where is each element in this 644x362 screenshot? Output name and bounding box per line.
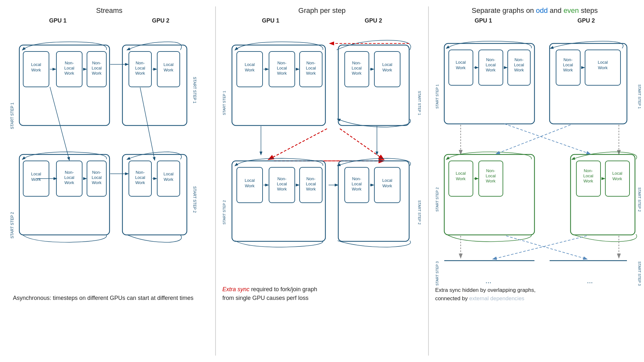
svg-text:Work: Work (598, 65, 608, 70)
streams-gpu-labels: GPU 1 GPU 2 (6, 17, 212, 24)
svg-rect-152 (571, 154, 635, 235)
svg-text:START STEP 1: START STEP 1 (638, 84, 641, 109)
svg-text:START STEP 2: START STEP 2 (638, 187, 641, 212)
svg-text:Work: Work (306, 71, 316, 76)
svg-text:Local: Local (163, 62, 173, 67)
svg-text:Work: Work (486, 179, 496, 183)
svg-text:Work: Work (514, 68, 524, 72)
svg-text:Work: Work (277, 71, 287, 76)
graph-title: Graph per step (219, 6, 425, 15)
separate-title: Separate graphs on odd and even steps (432, 6, 638, 15)
svg-text:Non-: Non- (277, 60, 286, 65)
svg-rect-118 (444, 43, 534, 124)
streams-diagram: START STEP 1 Local Work Non- Local Work … (6, 26, 212, 309)
svg-text:Work: Work (583, 179, 593, 183)
svg-text:Non-: Non- (92, 60, 101, 65)
even-label: even (563, 6, 579, 14)
svg-text:Local: Local (485, 173, 495, 178)
svg-rect-132 (550, 43, 627, 124)
svg-text:Work: Work (352, 71, 362, 76)
svg-text:Local: Local (135, 175, 145, 180)
svg-text:Non-: Non- (486, 57, 495, 62)
svg-text:Work: Work (31, 177, 41, 182)
svg-text:Local: Local (135, 66, 145, 70)
svg-text:Local: Local (64, 175, 74, 180)
svg-rect-143 (444, 154, 534, 235)
svg-text:Local: Local (31, 62, 41, 67)
svg-text:Local: Local (306, 181, 316, 186)
svg-text:START STEP 1: START STEP 1 (435, 84, 439, 109)
svg-text:Local: Local (163, 172, 173, 176)
svg-text:Local: Local (563, 62, 573, 67)
streams-gpu1-label: GPU 1 (49, 17, 67, 24)
svg-text:Local: Local (245, 178, 255, 183)
svg-text:Work: Work (456, 176, 466, 181)
svg-text:Work: Work (245, 68, 255, 72)
svg-text:Local: Local (382, 178, 392, 183)
svg-text:Work: Work (164, 68, 174, 72)
svg-text:Non-: Non- (584, 168, 593, 173)
svg-text:Local: Local (612, 171, 622, 176)
svg-line-164 (496, 125, 571, 154)
svg-text:Non-: Non- (352, 176, 361, 181)
svg-text:START STEP 2: START STEP 2 (10, 212, 14, 238)
graph-diagram: Local Work Non- Local Work Non- Local Wo… (219, 26, 425, 309)
separate-bottom-text: Extra sync hidden by overlapping graphs,… (435, 286, 536, 302)
svg-text:Local: Local (352, 181, 362, 186)
svg-rect-102 (338, 161, 409, 241)
graph-gpu-labels: GPU 1 GPU 2 (219, 17, 425, 24)
svg-text:START STEP 1: START STEP 1 (222, 91, 226, 115)
svg-text:START STEP 3: START STEP 3 (435, 261, 439, 286)
svg-text:Work: Work (31, 68, 41, 72)
separate-section: Separate graphs on odd and even steps GP… (429, 3, 641, 359)
svg-text:Work: Work (64, 180, 74, 185)
svg-text:Local: Local (306, 66, 316, 70)
svg-text:Non-: Non- (136, 170, 145, 175)
svg-text:START STEP 2: START STEP 2 (418, 200, 421, 225)
svg-text:Non-: Non- (65, 60, 74, 65)
svg-text:Non-: Non- (563, 57, 572, 62)
graph-gpu2-label: GPU 2 (365, 17, 382, 24)
svg-text:Non-: Non- (277, 176, 286, 181)
svg-text:Local: Local (277, 181, 287, 186)
svg-text:Work: Work (245, 183, 255, 188)
svg-rect-15 (122, 45, 187, 125)
svg-text:Work: Work (352, 187, 362, 191)
svg-text:Local: Local (456, 60, 466, 65)
graph-section: Graph per step GPU 1 GPU 2 Local (216, 3, 428, 359)
streams-bottom-text: Asynchronous: timesteps on different GPU… (13, 294, 194, 302)
svg-text:Non-: Non- (65, 170, 74, 175)
svg-text:...: ... (485, 277, 491, 285)
svg-text:Local: Local (382, 62, 392, 67)
streams-section: Streams GPU 1 GPU 2 START STEP 1 Local W… (3, 3, 215, 359)
svg-text:Non-: Non- (486, 168, 495, 173)
svg-rect-42 (122, 154, 187, 235)
svg-text:Local: Local (352, 66, 362, 70)
svg-rect-1 (19, 45, 110, 125)
svg-text:Work: Work (306, 187, 316, 191)
svg-rect-27 (19, 154, 110, 235)
svg-text:Non-: Non- (514, 57, 524, 62)
svg-text:...: ... (587, 277, 592, 285)
graph-gpu1-label: GPU 1 (262, 17, 279, 24)
svg-text:Local: Local (485, 62, 495, 67)
separate-gpu2-label: GPU 2 (577, 17, 595, 24)
svg-text:Local: Local (514, 62, 524, 67)
svg-line-163 (505, 124, 590, 154)
svg-line-50 (140, 88, 155, 160)
svg-line-165 (493, 236, 587, 259)
separate-gpu-labels: GPU 1 GPU 2 (432, 17, 638, 24)
svg-text:Non-: Non- (306, 176, 315, 181)
svg-text:Work: Work (92, 180, 102, 185)
svg-text:Local: Local (31, 172, 41, 176)
svg-text:Work: Work (612, 176, 622, 181)
svg-text:Work: Work (486, 68, 496, 72)
svg-line-166 (506, 236, 587, 259)
svg-text:Local: Local (598, 60, 608, 65)
svg-line-39 (50, 87, 69, 160)
svg-text:START STEP 3: START STEP 3 (638, 261, 641, 286)
svg-text:START STEP 1: START STEP 1 (192, 77, 197, 104)
svg-rect-69 (338, 45, 409, 125)
svg-text:START STEP 2: START STEP 2 (222, 200, 226, 225)
svg-text:Non-: Non- (92, 170, 101, 175)
